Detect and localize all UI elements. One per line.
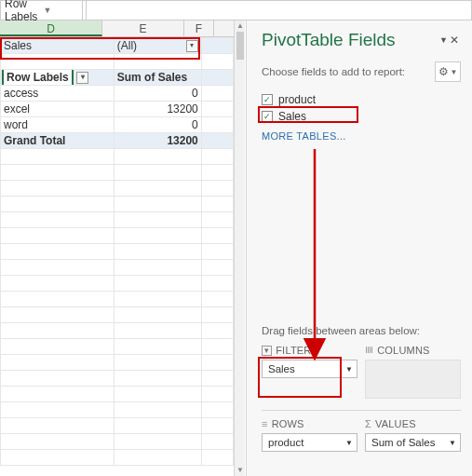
pill-dropdown-icon[interactable]: ▼ (345, 439, 353, 447)
report-filter-label: Sales (1, 38, 115, 54)
drag-areas-label: Drag fields between areas below: (262, 321, 461, 342)
annotation-highlight-sales-field (258, 106, 358, 123)
rows-area[interactable]: ROWS product ▼ (262, 416, 357, 454)
report-filter-value-text: (All) (117, 39, 137, 52)
pane-title-dropdown-icon[interactable]: ▼ (439, 35, 448, 45)
field-label: Sales (278, 110, 306, 123)
field-sales[interactable]: ✓ Sales (262, 108, 461, 125)
pill-label: Sum of Sales (371, 437, 435, 448)
filter-icon (262, 344, 272, 356)
area-title: COLUMNS (377, 345, 429, 356)
col-header-e[interactable]: E (102, 20, 184, 36)
pivot-value-header[interactable]: Sum of Sales (114, 70, 201, 86)
field-list: ✓ product ✓ Sales MORE TABLES... (262, 89, 461, 147)
rows-field-pill[interactable]: product ▼ (262, 433, 357, 452)
close-pane-button[interactable]: ✕ (448, 34, 461, 47)
filters-area[interactable]: FILTERS Sales ▼ (262, 342, 357, 401)
pill-label: Sales (268, 363, 295, 374)
scroll-thumb[interactable] (236, 32, 244, 60)
scroll-up-icon[interactable]: ▲ (235, 20, 246, 32)
values-field-pill[interactable]: Sum of Sales ▼ (365, 433, 461, 452)
pivot-value[interactable]: 13200 (114, 102, 201, 117)
field-list-options-button[interactable]: ⚙ ▼ (435, 61, 461, 82)
cell-empty[interactable] (201, 38, 233, 54)
columns-dropzone[interactable] (365, 360, 461, 399)
col-header-d[interactable]: D (0, 20, 102, 36)
columns-area[interactable]: COLUMNS (365, 342, 461, 401)
formula-bar: Row Labels ▼ (0, 0, 472, 20)
pill-dropdown-icon[interactable]: ▼ (345, 365, 353, 374)
columns-icon (365, 344, 373, 356)
pill-dropdown-icon[interactable]: ▼ (449, 439, 456, 447)
filters-field-pill[interactable]: Sales ▼ (262, 360, 357, 378)
spreadsheet-grid[interactable]: D E F Sales (All) ▾ Row Labels ▾ Sum of … (0, 20, 235, 476)
pivot-row[interactable]: excel (1, 102, 115, 117)
checkbox-checked-icon[interactable]: ✓ (262, 94, 273, 105)
pivot-row[interactable]: access (1, 86, 115, 102)
values-area[interactable]: VALUES Sum of Sales ▼ (365, 416, 461, 454)
field-product[interactable]: ✓ product (262, 91, 461, 108)
name-box-dropdown-icon[interactable]: ▼ (40, 6, 79, 15)
vertical-scrollbar[interactable]: ▲ ▼ (234, 20, 245, 476)
area-title: ROWS (272, 418, 304, 429)
pill-label: product (268, 437, 303, 448)
sigma-icon (365, 418, 371, 429)
more-tables-link[interactable]: MORE TABLES... (262, 125, 461, 147)
area-divider (262, 410, 461, 411)
row-labels-cell: Row Labels (4, 70, 72, 85)
scroll-down-icon[interactable]: ▼ (235, 465, 246, 476)
pivot-table: Sales (All) ▾ Row Labels ▾ Sum of Sales … (0, 37, 234, 466)
rows-icon (262, 418, 268, 429)
row-labels-dropdown-icon[interactable]: ▾ (76, 72, 88, 84)
grand-total-value[interactable]: 13200 (114, 133, 201, 149)
pane-title: PivotTable Fields (262, 30, 438, 50)
column-headers: D E F (0, 20, 234, 37)
grand-total-label[interactable]: Grand Total (1, 133, 115, 149)
formula-bar-separator (83, 1, 87, 20)
pivot-row-header[interactable]: Row Labels ▾ (1, 70, 115, 86)
area-title: FILTERS (276, 345, 318, 356)
choose-fields-label: Choose fields to add to report: (262, 66, 435, 77)
report-filter-value[interactable]: (All) ▾ (114, 38, 201, 54)
pivot-row[interactable]: word (1, 117, 115, 133)
report-filter-dropdown-icon[interactable]: ▾ (186, 40, 198, 52)
pivottable-fields-pane: PivotTable Fields ▼ ✕ Choose fields to a… (246, 20, 472, 476)
gear-icon: ⚙ (438, 65, 449, 78)
field-label: product (278, 93, 316, 106)
checkbox-checked-icon[interactable]: ✓ (262, 111, 273, 122)
col-header-f[interactable]: F (184, 20, 214, 36)
pivot-value[interactable]: 0 (114, 86, 201, 102)
area-title: VALUES (375, 418, 416, 429)
chevron-down-icon: ▼ (451, 68, 458, 76)
name-box[interactable]: Row Labels ▼ (1, 1, 83, 20)
pivot-value[interactable]: 0 (114, 117, 201, 133)
